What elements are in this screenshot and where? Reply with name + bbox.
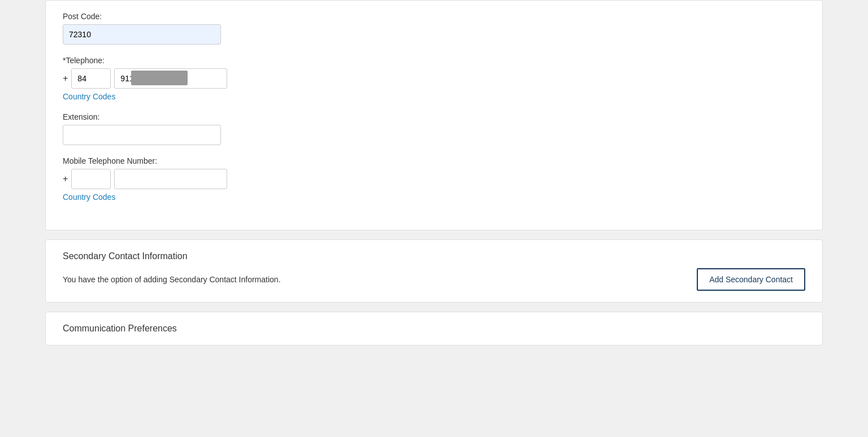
mobile-number-input[interactable] (114, 169, 227, 189)
add-secondary-contact-button[interactable]: Add Secondary Contact (697, 268, 805, 291)
communication-preferences-card: Communication Preferences (45, 312, 823, 346)
extension-input[interactable] (63, 125, 221, 145)
mobile-country-code-input[interactable] (71, 169, 111, 189)
extension-label: Extension: (63, 112, 805, 121)
mobile-country-codes-link[interactable]: Country Codes (63, 193, 115, 202)
mobile-label: Mobile Telephone Number: (63, 156, 805, 165)
communication-preferences-title: Communication Preferences (63, 324, 805, 334)
mobile-plus: + (63, 174, 68, 184)
secondary-contact-title: Secondary Contact Information (63, 251, 805, 261)
phone-redact-overlay (131, 71, 188, 85)
telephone-label: *Telephone: (63, 56, 805, 65)
telephone-country-code-input[interactable] (71, 68, 111, 89)
postcode-input[interactable] (63, 24, 221, 45)
postcode-label: Post Code: (63, 12, 805, 21)
telephone-plus: + (63, 73, 68, 84)
secondary-contact-description: You have the option of adding Secondary … (63, 275, 281, 284)
secondary-contact-card: Secondary Contact Information You have t… (45, 239, 823, 303)
telephone-country-codes-link[interactable]: Country Codes (63, 92, 115, 101)
